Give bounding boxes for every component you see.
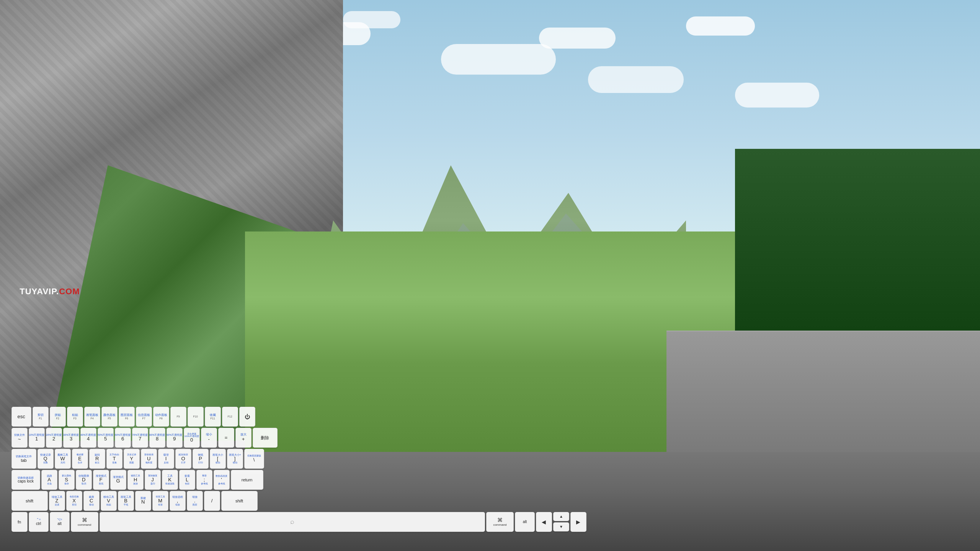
logo-tuyavip: TUYAVIP. xyxy=(20,287,59,296)
key-minus[interactable]: 缩小 - xyxy=(201,428,217,448)
cloud-6 xyxy=(686,16,755,36)
key-0[interactable]: 适合屏幕 100%不透明度 0 xyxy=(184,428,200,448)
key-plus[interactable]: 放大 + xyxy=(235,428,252,448)
logo: TUYAVIP.COM xyxy=(20,287,80,297)
key-i[interactable]: 吸管 I 反相 xyxy=(158,449,174,469)
key-f12[interactable]: F12 xyxy=(222,407,238,427)
key-p[interactable]: 钢笔 P 打印 xyxy=(193,449,209,469)
key-fn-bottom[interactable]: fn xyxy=(11,512,28,532)
key-equals[interactable]: = xyxy=(218,428,234,448)
key-v[interactable]: 移动工具 V 粘贴 xyxy=(101,491,117,511)
key-rbracket[interactable]: 画笔大小+ ] 移动 xyxy=(227,449,243,469)
key-a[interactable]: 选路 A 全选 xyxy=(41,470,57,490)
cloud-2 xyxy=(343,11,400,28)
key-arrow-up[interactable]: ▲ xyxy=(553,512,569,521)
key-f[interactable]: 渐变模式 F 查找 xyxy=(93,470,109,490)
key-quote[interactable]: 整形/高画质 ' 参考线 xyxy=(214,470,230,490)
arrow-up-down-group: ▲ ▼ xyxy=(553,512,569,532)
key-period[interactable]: 缩放 . 图层 xyxy=(187,491,203,511)
key-b[interactable]: 画笔工具 B 平笔 xyxy=(118,491,134,511)
keyboard: esc 剪切 F1 拼贴 F2 粘贴 F3 画笔面板 F4 xyxy=(10,405,588,535)
key-f9[interactable]: F9 xyxy=(170,407,186,427)
key-arrow-right[interactable]: ▶ xyxy=(570,512,586,532)
key-tilde[interactable]: 切换文件 ~ xyxy=(11,428,28,448)
key-w[interactable]: 魔棒工具 W 关闭 xyxy=(55,449,71,469)
key-z[interactable]: 缩放工具 Z 还原 xyxy=(49,491,65,511)
key-ctrl[interactable]: ⌃= ctrl xyxy=(29,512,49,532)
key-cmd-right[interactable]: ⌘ command xyxy=(486,512,514,532)
key-6[interactable]: 60%不透明度 6 xyxy=(115,428,131,448)
fn-key-row: esc 剪切 F1 拼贴 F2 粘贴 F3 画笔面板 F4 xyxy=(11,407,586,427)
key-alt-right[interactable]: alt xyxy=(515,512,535,532)
key-4[interactable]: 40%不透明度 4 xyxy=(80,428,96,448)
key-c[interactable]: 裁剪 C 移动 xyxy=(83,491,100,511)
cloud-3 xyxy=(441,44,556,75)
key-slash[interactable]: / xyxy=(204,491,220,511)
bottom-key-row: fn ⌃= ctrl ⌥= alt ⌘ command ⌕ xyxy=(11,512,586,532)
key-tab[interactable]: 切换画笔文件 tab xyxy=(11,449,36,469)
key-f11[interactable]: 收藏 F11 xyxy=(205,407,221,427)
key-f7[interactable]: 信息面板 F7 xyxy=(136,407,152,427)
key-caps-lock[interactable]: 切换快捷选择 caps lock xyxy=(11,470,40,490)
key-7[interactable]: 70%不透明度 7 xyxy=(132,428,148,448)
key-2[interactable]: 20%不透明度 2 xyxy=(46,428,62,448)
key-delete[interactable]: 删除 xyxy=(253,428,278,448)
key-esc[interactable]: esc xyxy=(11,407,31,427)
key-x[interactable]: 色彩切换 X 剪切 xyxy=(66,491,82,511)
key-9[interactable]: 90%不透明度 9 xyxy=(167,428,183,448)
key-semicolon[interactable]: 整形 ; 参考线 xyxy=(196,470,212,490)
key-backslash[interactable]: 切换图层蒙版 \ xyxy=(244,449,264,469)
key-shift-right[interactable]: shift xyxy=(221,491,258,511)
key-return[interactable]: return xyxy=(231,470,263,490)
key-power[interactable]: ⏻ xyxy=(239,407,255,427)
key-8[interactable]: 80%不透明度 8 xyxy=(149,428,165,448)
key-f1[interactable]: 剪切 F1 xyxy=(33,407,49,427)
key-comma[interactable]: 缩放选框 , 缩放 xyxy=(170,491,186,511)
key-j[interactable]: 复制修复 J 盖印 xyxy=(145,470,161,490)
key-f6[interactable]: 图层面板 F6 xyxy=(119,407,135,427)
key-f8[interactable]: 动作面板 F8 xyxy=(153,407,169,427)
key-s[interactable]: 默认颜色 S 保存 xyxy=(59,470,75,490)
key-m[interactable]: 矩形工具 M 矩形 xyxy=(152,491,168,511)
cloud-7 xyxy=(735,83,819,108)
cloud-5 xyxy=(588,66,684,93)
keyboard-container: esc 剪切 F1 拼贴 F2 粘贴 F3 画笔面板 F4 xyxy=(10,405,588,535)
key-1[interactable]: 10%不透明度 1 xyxy=(29,428,45,448)
key-arrow-down[interactable]: ▼ xyxy=(553,522,569,531)
key-t[interactable]: 文字/自由 T 变换 xyxy=(106,449,122,469)
key-arrow-left[interactable]: ◀ xyxy=(536,512,552,532)
desktop: TUYAVIP.COM esc 剪切 F1 拼贴 F2 粘贴 F3 xyxy=(0,0,980,551)
key-5[interactable]: 50%不透明度 5 xyxy=(98,428,114,448)
key-shift-left[interactable]: shift xyxy=(11,491,48,511)
zxcv-key-row: shift 缩放工具 Z 还原 色彩切换 X 剪切 裁剪 C 移动 xyxy=(11,491,586,511)
logo-com: COM xyxy=(59,287,80,296)
key-u[interactable]: 形状校准 U 饱和度 xyxy=(141,449,157,469)
key-f4[interactable]: 画笔面板 F4 xyxy=(84,407,100,427)
key-3[interactable]: 30%不透明度 3 xyxy=(63,428,79,448)
key-d[interactable]: 仿制图章 D 取消 xyxy=(76,470,92,490)
key-r[interactable]: 旋转 R 标注 xyxy=(89,449,105,469)
key-alt-left[interactable]: ⌥= alt xyxy=(50,512,70,532)
key-q[interactable]: 快速记录 Q 切换 xyxy=(38,449,54,469)
key-l[interactable]: 套索 L 色彩 xyxy=(179,470,195,490)
key-lbracket[interactable]: 画笔大小 [ 移动 xyxy=(210,449,226,469)
key-y[interactable]: 历史记录 Y 图案 xyxy=(124,449,140,469)
key-k[interactable]: 工具 K 快速选取 xyxy=(162,470,178,490)
asdf-key-row: 切换快捷选择 caps lock 选路 A 全选 默认颜色 S 保存 仿制图章 … xyxy=(11,470,586,490)
key-f3[interactable]: 粘贴 F3 xyxy=(67,407,83,427)
key-h[interactable]: 辅助工具 H 旅游 xyxy=(127,470,144,490)
number-key-row: 切换文件 ~ 10%不透明度 1 20%不透明度 2 30%不透明度 3 40%… xyxy=(11,428,586,448)
key-f5[interactable]: 颜色面板 F5 xyxy=(101,407,118,427)
key-f2[interactable]: 拼贴 F2 xyxy=(50,407,66,427)
key-e[interactable]: 橡皮擦 E 合并 xyxy=(72,449,88,469)
key-g[interactable]: 渐变模式 G xyxy=(110,470,126,490)
key-cmd-left[interactable]: ⌘ command xyxy=(71,512,98,532)
key-n[interactable]: 新建 N xyxy=(135,491,151,511)
cloud-4 xyxy=(539,28,616,49)
key-f10[interactable]: F10 xyxy=(188,407,204,427)
qwerty-key-row: 切换画笔文件 tab 快速记录 Q 切换 魔棒工具 W 关闭 橡皮擦 E 合并 xyxy=(11,449,586,469)
key-o[interactable]: 减淡/加深 O 打开 xyxy=(175,449,191,469)
key-space[interactable]: ⌕ xyxy=(100,512,485,532)
